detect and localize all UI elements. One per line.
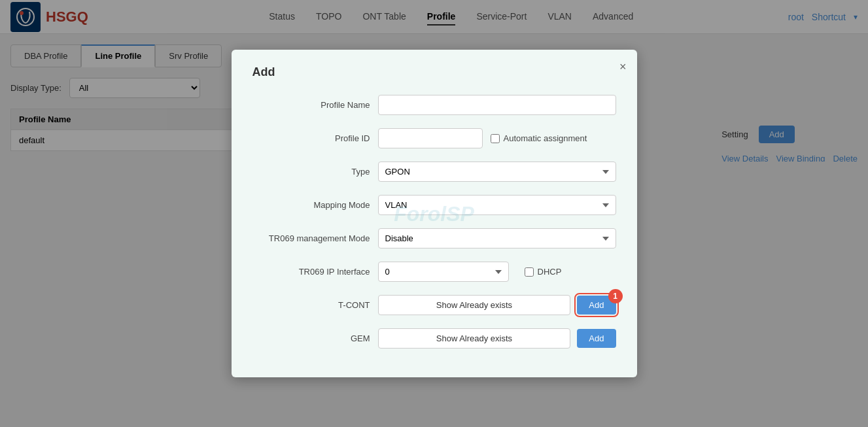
profile-id-label: Profile ID bbox=[252, 133, 370, 143]
automatic-assignment-text: Automatic assignment bbox=[504, 133, 587, 143]
profile-name-input[interactable] bbox=[378, 95, 616, 115]
automatic-assignment-label: Automatic assignment bbox=[491, 133, 587, 143]
automatic-assignment-checkbox[interactable] bbox=[491, 134, 500, 143]
modal-close-button[interactable]: × bbox=[619, 60, 627, 74]
modal-overlay: ForolSP × Add Profile Name Profile ID Au… bbox=[0, 0, 868, 162]
modal-title: Add bbox=[252, 65, 616, 79]
modal: ForolSP × Add Profile Name Profile ID Au… bbox=[232, 50, 637, 162]
form-row-profile-id: Profile ID Automatic assignment bbox=[252, 128, 616, 148]
profile-id-input[interactable] bbox=[378, 128, 483, 148]
form-row-profile-name: Profile Name bbox=[252, 95, 616, 115]
profile-name-label: Profile Name bbox=[252, 100, 370, 110]
